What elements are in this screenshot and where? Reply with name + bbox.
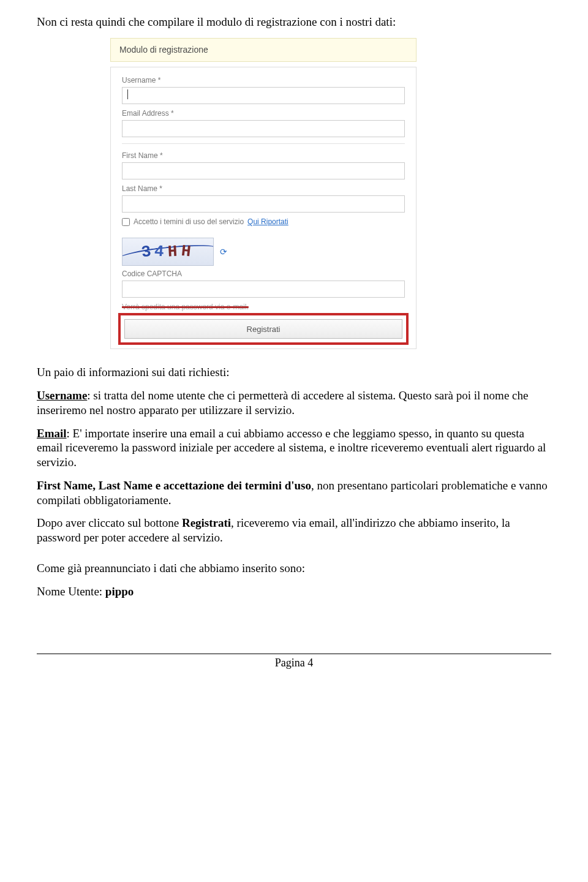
email-paragraph: Email: E' importate inserire una email a…: [37, 426, 551, 470]
afterclick-paragraph: Dopo aver cliccato sul bottone Registrat…: [37, 516, 551, 545]
refresh-icon[interactable]: ⟳: [219, 247, 228, 257]
captcha-group: Codice CAPTCHA: [122, 270, 405, 298]
email-group: Email Address *: [122, 109, 405, 137]
firstlast-paragraph: First Name, Last Name e accettazione dei…: [37, 478, 551, 508]
username-group: Username *: [122, 76, 405, 104]
firstlast-heading: First Name, Last Name e accettazione dei…: [37, 479, 311, 492]
page-footer: Pagina 4: [37, 654, 551, 670]
nomeutente-line: Nome Utente: pippo: [37, 584, 551, 599]
intro-text: Non ci resta quindi che compilare il mod…: [37, 15, 551, 29]
nomeutente-value: pippo: [105, 585, 134, 598]
terms-link[interactable]: Qui Riportati: [247, 217, 288, 227]
firstname-input[interactable]: [122, 162, 405, 179]
register-highlight-box: Registrati: [118, 313, 409, 345]
form-header: Modulo di registrazione: [110, 38, 417, 62]
captcha-char: H: [167, 241, 181, 262]
captcha-row: 3 4 H H ⟳: [122, 238, 405, 266]
terms-text: Accetto i temini di uso del servizio: [134, 217, 244, 227]
captcha-image: 3 4 H H: [122, 238, 214, 266]
form-body: Username * Email Address * First Name * …: [110, 67, 417, 349]
lastname-group: Last Name *: [122, 184, 405, 213]
lastname-label: Last Name *: [122, 184, 405, 194]
username-body: : si tratta del nome utente che ci perme…: [37, 389, 528, 417]
text-cursor: [127, 89, 128, 99]
preannounce-text: Come già preannunciato i dati che abbiam…: [37, 561, 551, 576]
captcha-input[interactable]: [122, 281, 405, 298]
nomeutente-label: Nome Utente:: [37, 585, 105, 598]
afterclick-text1: Dopo aver cliccato sul bottone: [37, 516, 182, 529]
registration-screenshot: Modulo di registrazione Username * Email…: [110, 38, 551, 350]
terms-checkbox[interactable]: [122, 218, 130, 226]
captcha-char: 4: [154, 241, 168, 262]
firstname-label: First Name *: [122, 151, 405, 160]
username-input[interactable]: [122, 87, 405, 104]
registration-form: Modulo di registrazione Username * Email…: [110, 38, 417, 350]
firstname-group: First Name *: [122, 151, 405, 179]
username-heading: Username: [37, 389, 87, 402]
email-body: : E' importate inserire una email a cui …: [37, 427, 546, 469]
email-label: Email Address *: [122, 109, 405, 118]
afterclick-bold: Registrati: [182, 516, 231, 529]
terms-row: Accetto i temini di uso del servizio Qui…: [122, 217, 405, 227]
email-input[interactable]: [122, 120, 405, 137]
divider: [122, 143, 405, 144]
captcha-label: Codice CAPTCHA: [122, 270, 405, 279]
after-image-text: Un paio di informazioni sui dati richies…: [37, 365, 551, 380]
register-button[interactable]: Registrati: [124, 319, 402, 339]
email-heading: Email: [37, 427, 67, 440]
lastname-input[interactable]: [122, 195, 405, 213]
username-paragraph: Username: si tratta del nome utente che …: [37, 388, 551, 418]
captcha-char: H: [180, 241, 195, 263]
username-label: Username *: [122, 76, 405, 85]
password-note: Verrà spedita una password via e-mail.: [122, 303, 405, 312]
